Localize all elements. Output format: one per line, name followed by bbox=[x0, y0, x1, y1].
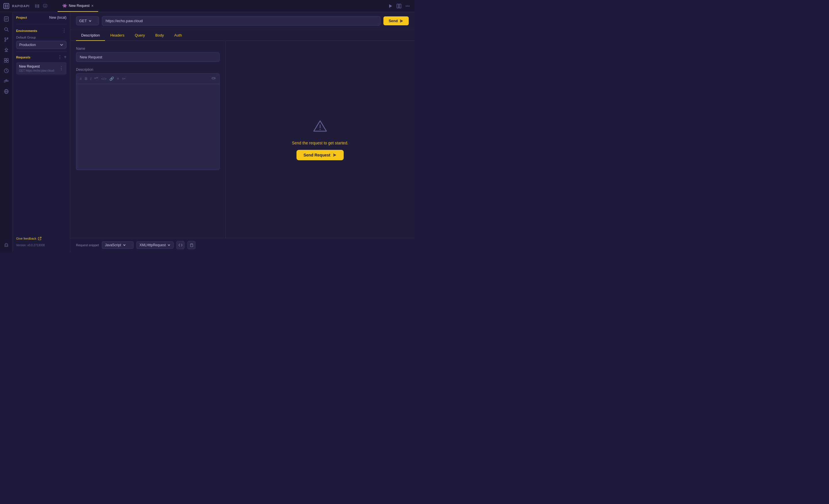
snippet-library-select[interactable]: XMLHttpRequest bbox=[137, 241, 174, 249]
send-label: Send bbox=[389, 19, 398, 23]
top-bar-icons bbox=[35, 4, 47, 8]
sidebar-item-clock[interactable] bbox=[2, 66, 11, 75]
request-name: New Request bbox=[19, 65, 54, 69]
tab-query[interactable]: Query bbox=[130, 30, 150, 41]
environment-value: Production bbox=[19, 43, 36, 47]
sidebar-item-deploy[interactable] bbox=[2, 45, 11, 55]
request-item-more-icon[interactable]: ⋮ bbox=[59, 66, 64, 71]
url-bar: GET Send bbox=[70, 12, 414, 30]
svg-point-30 bbox=[5, 244, 6, 245]
svg-rect-10 bbox=[399, 4, 401, 8]
send-request-button[interactable]: Send Request bbox=[296, 150, 344, 160]
svg-rect-25 bbox=[6, 81, 7, 81]
snippet-language-value: JavaScript bbox=[105, 243, 121, 247]
toolbar-link-btn[interactable]: 🔗 bbox=[109, 77, 114, 81]
description-editor[interactable] bbox=[76, 84, 220, 170]
tab-close-button[interactable]: × bbox=[91, 3, 94, 8]
main-layout: Project New (local) Environments ⋮ Defau… bbox=[0, 12, 414, 252]
environments-section: Environments ⋮ Default Group Production bbox=[13, 25, 70, 51]
svg-point-31 bbox=[7, 244, 7, 245]
form-area: Name Description # B I ❝❞ </> 🔗 ≡ ≡• bbox=[70, 41, 226, 238]
tab-body[interactable]: Body bbox=[150, 30, 169, 41]
response-area: Send the request to get started. Send Re… bbox=[226, 41, 414, 238]
requests-header: Requests ⋮ + bbox=[16, 54, 67, 60]
version-label: Version: v0.0.2713008 bbox=[16, 244, 45, 247]
snippet-bar: Request snippet JavaScript XMLHttpReques… bbox=[70, 238, 414, 252]
top-bar-right bbox=[384, 4, 414, 8]
environments-header: Environments ⋮ bbox=[16, 28, 67, 33]
svg-rect-2 bbox=[5, 6, 6, 7]
snippet-language-select[interactable]: JavaScript bbox=[102, 241, 134, 249]
svg-rect-26 bbox=[6, 79, 7, 80]
environments-more-icon[interactable]: ⋮ bbox=[62, 28, 67, 33]
svg-point-16 bbox=[5, 38, 6, 39]
content-tabs: Description Headers Query Body Auth bbox=[70, 30, 414, 41]
method-value: GET bbox=[79, 19, 87, 23]
toolbar-bold-btn[interactable]: B bbox=[85, 77, 87, 81]
tab-description[interactable]: Description bbox=[76, 30, 105, 41]
toolbar-preview-btn[interactable] bbox=[211, 76, 216, 81]
snippet-code-btn[interactable] bbox=[176, 241, 184, 249]
name-input[interactable] bbox=[76, 52, 220, 62]
app-name: RAPIDAPI bbox=[12, 4, 30, 8]
description-label: Description bbox=[76, 68, 220, 72]
tab-new-request[interactable]: 👾 New Request × bbox=[58, 0, 98, 12]
environment-dropdown[interactable]: Production bbox=[16, 41, 67, 49]
library-icon[interactable] bbox=[35, 4, 39, 8]
sidebar-item-search[interactable] bbox=[2, 25, 11, 34]
give-feedback-button[interactable]: Give feedback bbox=[16, 235, 67, 242]
content-body: Name Description # B I ❝❞ </> 🔗 ≡ ≡• bbox=[70, 41, 414, 238]
svg-rect-0 bbox=[5, 5, 6, 6]
icon-bar bbox=[0, 12, 13, 252]
toolbar-italic-btn[interactable]: I bbox=[91, 77, 92, 81]
give-feedback-label: Give feedback bbox=[16, 237, 36, 240]
tab-auth[interactable]: Auth bbox=[169, 30, 187, 41]
requests-add-icon[interactable]: + bbox=[64, 54, 67, 60]
sidebar-bottom: Give feedback Version: v0.0.2713008 bbox=[13, 232, 70, 252]
play-icon[interactable] bbox=[388, 4, 393, 8]
request-item-info: New Request GET https://echo.paw.cloud bbox=[19, 65, 54, 72]
default-group-label: Default Group bbox=[16, 36, 67, 39]
sidebar-item-git[interactable] bbox=[2, 35, 11, 44]
toolbar-ordered-list-btn[interactable]: ≡• bbox=[122, 77, 125, 81]
svg-rect-22 bbox=[7, 61, 8, 63]
external-link-icon bbox=[38, 237, 41, 240]
version-row: Version: v0.0.2713008 bbox=[16, 242, 67, 248]
tab-headers[interactable]: Headers bbox=[105, 30, 130, 41]
toolbar-quote-btn[interactable]: ❝❞ bbox=[94, 77, 98, 81]
tabs-area: 👾 New Request × bbox=[58, 0, 384, 12]
sidebar-item-ghost[interactable] bbox=[2, 240, 11, 250]
snippet-label: Request snippet bbox=[76, 243, 99, 247]
warning-icon bbox=[313, 119, 328, 136]
sidebar-item-globe[interactable] bbox=[2, 87, 11, 96]
requests-more-icon[interactable]: ⋮ bbox=[58, 54, 62, 60]
svg-marker-8 bbox=[389, 4, 392, 8]
toolbar-code-btn[interactable]: </> bbox=[101, 77, 107, 81]
toolbar-list-btn[interactable]: ≡ bbox=[117, 77, 119, 81]
sidebar-item-docker[interactable] bbox=[2, 77, 11, 86]
send-icon bbox=[400, 19, 403, 23]
top-bar: RAPIDAPI 👾 New Request × bbox=[0, 0, 414, 12]
layout-icon[interactable] bbox=[397, 4, 401, 8]
send-request-icon bbox=[333, 153, 337, 157]
method-select[interactable]: GET bbox=[76, 16, 99, 25]
sidebar-item-pages[interactable] bbox=[2, 14, 11, 24]
more-icon[interactable] bbox=[405, 4, 410, 8]
environments-actions: ⋮ bbox=[62, 28, 67, 33]
snippet-library-value: XMLHttpRequest bbox=[140, 243, 166, 247]
svg-rect-4 bbox=[35, 4, 36, 8]
send-button[interactable]: Send bbox=[384, 16, 409, 25]
url-input[interactable] bbox=[102, 16, 381, 26]
svg-rect-20 bbox=[7, 59, 8, 60]
toolbar-heading-btn[interactable]: # bbox=[80, 77, 82, 81]
snippet-copy-btn[interactable] bbox=[187, 241, 195, 249]
sidebar-item-grid[interactable] bbox=[2, 56, 11, 65]
request-list-item[interactable]: New Request GET https://echo.paw.cloud ⋮ bbox=[16, 62, 67, 75]
tab-label: New Request bbox=[69, 4, 89, 8]
svg-rect-9 bbox=[397, 4, 399, 8]
snippet-language-chevron-icon bbox=[123, 244, 126, 246]
svg-point-13 bbox=[409, 5, 409, 6]
new-tab-icon[interactable] bbox=[43, 4, 47, 8]
svg-rect-1 bbox=[7, 5, 8, 6]
app-branding: RAPIDAPI bbox=[0, 3, 58, 9]
